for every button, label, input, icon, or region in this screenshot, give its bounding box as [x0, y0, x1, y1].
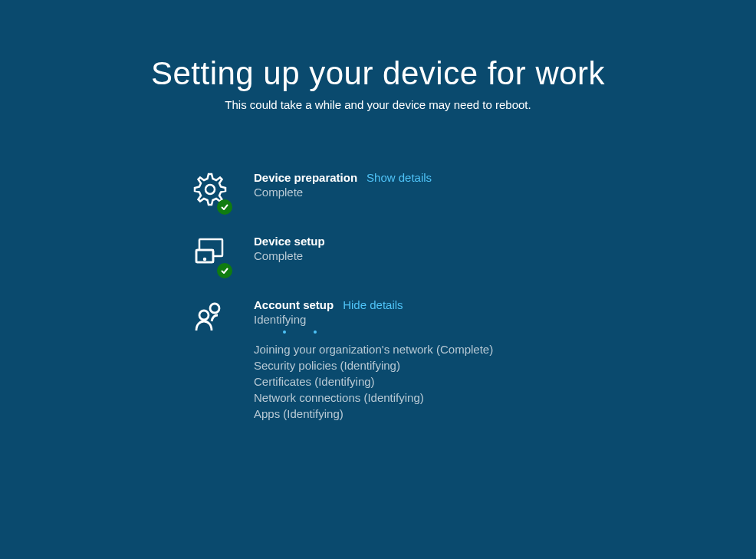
svg-point-5	[210, 304, 219, 313]
checkmark-badge-icon	[217, 263, 232, 278]
progress-dot	[283, 330, 286, 334]
step-body: Device preparation Show details Complete	[254, 171, 432, 199]
svg-point-6	[199, 311, 209, 320]
detail-item: Joining your organization's network (Com…	[254, 343, 493, 356]
setup-screen: Setting up your device for work This cou…	[0, 0, 756, 442]
page-title: Setting up your device for work	[0, 55, 756, 92]
details-list: Joining your organization's network (Com…	[254, 343, 493, 420]
svg-point-0	[205, 185, 215, 194]
checkmark-badge-icon	[217, 199, 232, 215]
step-body: Account setup Hide details Identifying J…	[254, 298, 493, 420]
page-subtitle: This could take a while and your device …	[0, 98, 756, 111]
step-device-preparation: Device preparation Show details Complete	[192, 171, 432, 213]
step-device-setup: Device setup Complete	[192, 235, 325, 277]
step-account-setup: Account setup Hide details Identifying J…	[192, 298, 493, 420]
step-header-row: Account setup Hide details	[254, 298, 493, 311]
svg-point-4	[204, 258, 205, 260]
detail-item: Apps (Identifying)	[254, 407, 493, 420]
step-title: Account setup	[254, 298, 334, 311]
step-status: Complete	[254, 249, 325, 262]
hide-details-link[interactable]: Hide details	[343, 298, 403, 311]
step-body: Device setup Complete	[254, 235, 325, 262]
detail-item: Certificates (Identifying)	[254, 375, 493, 388]
progress-indicator	[254, 330, 493, 334]
gear-icon	[192, 171, 234, 213]
devices-icon	[192, 235, 234, 277]
progress-dot	[314, 330, 317, 334]
people-icon	[192, 298, 234, 340]
step-status: Complete	[254, 186, 432, 199]
step-header-row: Device setup	[254, 235, 325, 248]
show-details-link[interactable]: Show details	[366, 171, 432, 184]
step-header-row: Device preparation Show details	[254, 171, 432, 184]
step-title: Device setup	[254, 235, 325, 248]
steps-list: Device preparation Show details Complete	[0, 171, 756, 442]
detail-item: Security policies (Identifying)	[254, 359, 493, 372]
step-status: Identifying	[254, 313, 493, 326]
detail-item: Network connections (Identifying)	[254, 391, 493, 404]
step-title: Device preparation	[254, 171, 357, 184]
